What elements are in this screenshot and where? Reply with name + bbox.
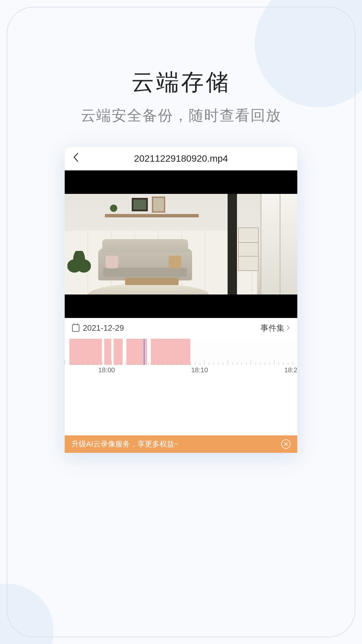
phone-mockup: 20211229180920.mp4 2021-1: [65, 147, 297, 453]
timeline-labels: 18:0018:1018:20: [65, 366, 297, 374]
chevron-right-icon: [287, 324, 290, 332]
navbar: 20211229180920.mp4: [65, 147, 297, 170]
close-icon[interactable]: [281, 439, 291, 449]
calendar-icon[interactable]: [72, 324, 79, 332]
timeline-ticks: [65, 339, 297, 365]
video-player[interactable]: [65, 170, 297, 318]
timeline-time-label: 18:00: [98, 366, 115, 374]
timeline-time-label: 18:20: [284, 366, 297, 374]
hero-subtitle: 云端安全备份，随时查看回放: [0, 106, 362, 125]
navbar-title: 20211229180920.mp4: [134, 153, 228, 164]
timeline-time-label: 18:10: [191, 366, 208, 374]
bg-decor-circle: [0, 584, 54, 644]
date-label[interactable]: 2021-12-29: [83, 323, 124, 333]
promo-banner[interactable]: 升级AI云录像服务，享更多权益~: [65, 435, 297, 453]
hero-section: 云端存储 云端安全备份，随时查看回放: [0, 0, 362, 125]
promo-text: 升级AI云录像服务，享更多权益~: [71, 439, 179, 449]
video-thumbnail: [65, 194, 297, 294]
back-icon[interactable]: [73, 152, 79, 165]
events-link[interactable]: 事件集: [260, 323, 290, 333]
timeline-scrubber[interactable]: 18:0018:1018:20: [65, 339, 297, 375]
hero-title: 云端存储: [0, 67, 362, 98]
date-row: 2021-12-29 事件集: [65, 318, 297, 338]
timeline-cursor[interactable]: [144, 339, 144, 365]
events-label: 事件集: [260, 323, 285, 333]
